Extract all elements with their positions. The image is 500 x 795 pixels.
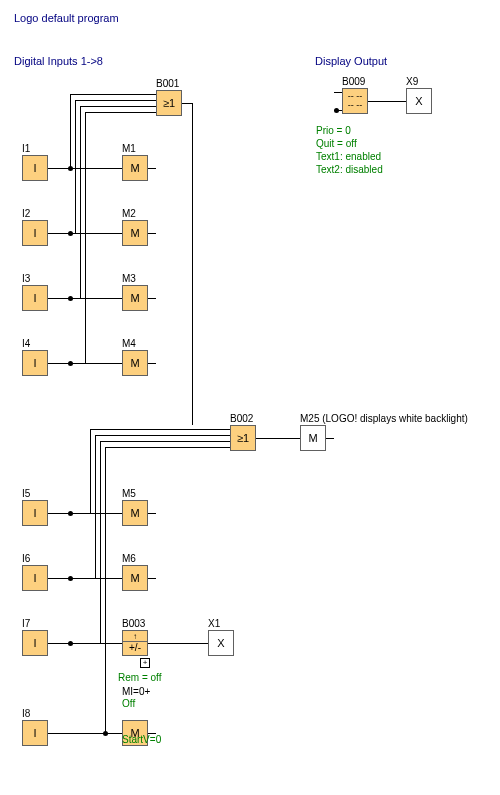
b009-input-dot xyxy=(334,108,339,113)
m1-block[interactable]: M xyxy=(122,155,148,181)
i1-block[interactable]: I xyxy=(22,155,48,181)
b003-mi: MI=0+ xyxy=(122,686,150,697)
m5-label: M5 xyxy=(122,488,136,499)
m4-block[interactable]: M xyxy=(122,350,148,376)
m2-label: M2 xyxy=(122,208,136,219)
i4-block[interactable]: I xyxy=(22,350,48,376)
page-title: Logo default program xyxy=(14,12,119,24)
i5-block[interactable]: I xyxy=(22,500,48,526)
m3-block[interactable]: M xyxy=(122,285,148,311)
x1-block[interactable]: X xyxy=(208,630,234,656)
b002-label: B002 xyxy=(230,413,253,424)
x9-label: X9 xyxy=(406,76,418,87)
b009-label: B009 xyxy=(342,76,365,87)
b009-block[interactable]: -- -- -- -- xyxy=(342,88,368,114)
m3-label: M3 xyxy=(122,273,136,284)
b009-text2: Text2: disabled xyxy=(316,164,383,175)
i7-label: I7 xyxy=(22,618,30,629)
i4-label: I4 xyxy=(22,338,30,349)
m6-label: M6 xyxy=(122,553,136,564)
b003-off: Off xyxy=(122,698,135,709)
m25-label: M25 (LOGO! displays white backlight) xyxy=(300,413,468,424)
i8-block[interactable]: I xyxy=(22,720,48,746)
b002-block[interactable]: ≥1 xyxy=(230,425,256,451)
i5-label: I5 xyxy=(22,488,30,499)
i6-label: I6 xyxy=(22,553,30,564)
b009-prio: Prio = 0 xyxy=(316,125,351,136)
section-left-title: Digital Inputs 1->8 xyxy=(14,55,103,67)
b009-quit: Quit = off xyxy=(316,138,357,149)
i3-label: I3 xyxy=(22,273,30,284)
b009-text1: Text1: enabled xyxy=(316,151,381,162)
i6-block[interactable]: I xyxy=(22,565,48,591)
b003-label: B003 xyxy=(122,618,145,629)
expand-icon[interactable]: + xyxy=(140,658,150,668)
i1-label: I1 xyxy=(22,143,30,154)
m1-label: M1 xyxy=(122,143,136,154)
i3-block[interactable]: I xyxy=(22,285,48,311)
m6-block[interactable]: M xyxy=(122,565,148,591)
b003-block[interactable]: ↑ +/- xyxy=(122,630,148,656)
x1-label: X1 xyxy=(208,618,220,629)
b001-block[interactable]: ≥1 xyxy=(156,90,182,116)
x9-block[interactable]: X xyxy=(406,88,432,114)
i2-label: I2 xyxy=(22,208,30,219)
m4-label: M4 xyxy=(122,338,136,349)
m2-block[interactable]: M xyxy=(122,220,148,246)
i7-block[interactable]: I xyxy=(22,630,48,656)
m5-block[interactable]: M xyxy=(122,500,148,526)
section-right-title: Display Output xyxy=(315,55,387,67)
b001-label: B001 xyxy=(156,78,179,89)
i8-label: I8 xyxy=(22,708,30,719)
m25-block[interactable]: M xyxy=(300,425,326,451)
b003-startv: StartV=0 xyxy=(122,734,161,745)
i2-block[interactable]: I xyxy=(22,220,48,246)
b003-rem: Rem = off xyxy=(118,672,161,683)
